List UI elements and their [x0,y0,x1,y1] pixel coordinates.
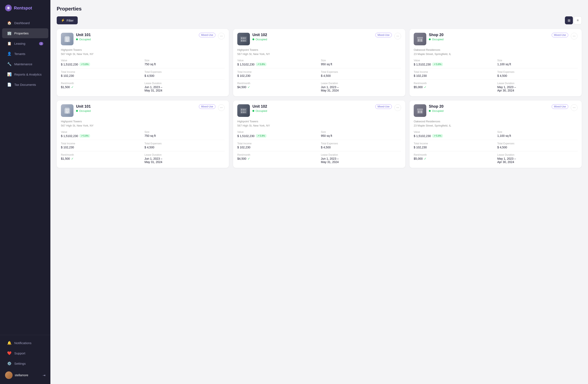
value-stat: Value $ 1,5102,230 ↗ 5.8% [414,59,494,66]
expenses-value: $ 4,500 [497,74,578,77]
sidebar-item-tenants[interactable]: 👤 Tenants [2,49,48,59]
stat-divider [61,140,225,140]
svg-rect-19 [420,39,422,41]
card-stats: Value $ 1,5102,230 ↗ 5.8% Size 1,100 sq … [414,59,578,92]
more-options-button[interactable]: ··· [394,104,401,111]
size-value: 750 sq ft [145,134,225,137]
value-label: Value [414,131,494,134]
more-options-button[interactable]: ··· [218,33,225,39]
value-stat: Value $ 1,5102,230 ↗ 5.8% [414,131,494,138]
card-status: Occupied [252,109,373,113]
trend-badge: ↗ 5.8% [432,62,443,66]
size-stat: Size 750 sq ft [145,59,225,66]
size-value: 1,100 sq ft [497,62,578,66]
income-label: Total Income [237,71,317,74]
notifications-icon: 🔔 [7,341,11,345]
card-status: Occupied [252,38,373,41]
value-stat: Value $ 1,5102,230 ↗ 5.8% [61,131,141,138]
stat-divider [237,140,401,140]
filter-button[interactable]: ⚡ Filter [57,16,78,24]
value-stat: Value $ 1,5102,230 ↗ 5.8% [61,59,141,66]
tax-icon: 📄 [7,82,11,87]
card-header: Unit 101 Occupied Mixed-Use ··· [61,33,225,45]
status-dot [252,38,254,40]
sidebar-item-settings[interactable]: ⚙️ Settings [2,359,48,368]
expenses-value: $ 4,500 [145,146,225,149]
stat-divider-2 [237,151,401,151]
card-address: Highpoint Towers567 High St, New York, N… [61,48,225,56]
user-profile[interactable]: stellamore ⇥ [0,369,50,382]
income-value: $ 102,230 [414,74,494,77]
card-status: Occupied [429,38,549,41]
maintenance-icon: 🔧 [7,62,11,66]
card-address: Highpoint Towers567 High St, New York, N… [237,48,401,56]
sidebar-item-maintenance[interactable]: 🔧 Maintenance [2,59,48,69]
sidebar-item-tax[interactable]: 📄 Tax Documents [2,80,48,90]
logo[interactable]: Rentspot [0,0,50,16]
list-view-button[interactable]: ≡ [574,16,582,24]
sidebar-item-leasing[interactable]: 📋 Leasing 2 [2,38,48,48]
svg-rect-32 [241,111,242,113]
rent-stat: Rent/month $5,000 ✓ [414,154,494,164]
value-stat: Value $ 1,5102,230 ↗ 5.8% [237,131,317,138]
income-stat: Total Income $ 102,230 [237,71,317,77]
toolbar: ⚡ Filter ⊞ ≡ [57,16,582,24]
status-dot [429,110,431,112]
rent-label: Rent/month [61,154,141,156]
more-options-button[interactable]: ··· [571,104,578,111]
check-icon: ✓ [424,85,426,89]
svg-rect-26 [68,111,68,112]
sidebar-item-properties[interactable]: 🏢 Properties [2,28,48,38]
logout-icon[interactable]: ⇥ [43,373,45,377]
avatar [5,371,13,379]
more-options-button[interactable]: ··· [571,33,578,39]
status-text: Occupied [255,38,267,41]
svg-rect-9 [66,41,68,42]
stat-divider [61,68,225,68]
sidebar-item-label: Tax Documents [14,83,36,86]
lease-stat: Lease Duration May 1, 2023 – Apr 30, 202… [497,154,578,164]
card-status: Occupied [429,109,549,113]
value-amount: $ 1,5102,230 ↗ 5.8% [61,134,141,138]
income-label: Total Income [237,142,317,145]
sidebar-item-notifications[interactable]: 🔔 Notifications [2,338,48,348]
svg-rect-13 [244,37,246,39]
unit-name: Unit 101 [76,104,196,109]
size-label: Size [145,131,225,134]
expenses-stat: Total Expenses $ 4,500 [145,71,225,77]
expenses-label: Total Expenses [321,71,401,74]
size-label: Size [145,59,225,62]
svg-point-2 [8,8,9,9]
income-stat: Total Income $ 102,230 [414,71,494,77]
value-amount: $ 1,5102,230 ↗ 5.8% [61,62,141,66]
properties-grid: Unit 101 Occupied Mixed-Use ··· Highpoin… [57,29,582,168]
size-value: 950 sq ft [321,62,401,66]
stat-divider-2 [414,79,578,80]
card-title-block: Unit 101 Occupied [76,33,196,41]
svg-rect-34 [244,111,246,113]
more-options-button[interactable]: ··· [218,104,225,111]
rent-value: $5,000 ✓ [414,157,494,160]
value-amount: $ 1,5102,230 ↗ 5.8% [237,134,317,138]
sidebar-item-reports[interactable]: 📊 Reports & Analytics [2,69,48,79]
unit-name: Unit 102 [252,104,373,109]
trend-badge: ↗ 5.8% [256,62,267,66]
stat-divider-2 [237,79,401,80]
grid-view-button[interactable]: ⊞ [565,16,573,24]
svg-rect-37 [420,111,422,113]
value-label: Value [414,59,494,62]
stat-divider [414,68,578,68]
card-stats: Value $ 1,5102,230 ↗ 5.8% Size 950 sq ft… [237,59,401,92]
value-label: Value [237,59,317,62]
trend-badge: ↗ 5.8% [79,62,90,66]
sidebar-bottom: 🔔 Notifications ❤️ Support ⚙️ Settings s… [0,335,50,384]
expenses-value: $ 4,500 [321,146,401,149]
trend-badge: ↗ 5.8% [256,134,267,138]
lease-value: May 1, 2023 – Apr 30, 2024 [497,85,578,92]
sidebar-item-dashboard[interactable]: 🏠 Dashboard [2,18,48,28]
sidebar-item-support[interactable]: ❤️ Support [2,348,48,358]
expenses-stat: Total Expenses $ 4,500 [497,142,578,149]
lease-label: Lease Duration [497,82,578,85]
more-options-button[interactable]: ··· [394,33,401,39]
svg-rect-8 [68,39,68,40]
